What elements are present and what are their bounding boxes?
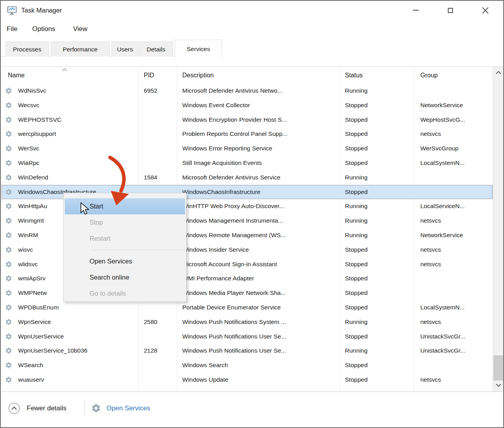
service-description: Windows Search bbox=[182, 358, 228, 373]
scroll-down-button[interactable] bbox=[493, 379, 504, 391]
service-name: WinRM bbox=[18, 228, 38, 243]
service-name: WinHttpAu bbox=[18, 199, 47, 214]
service-gear-icon bbox=[5, 174, 12, 181]
service-gear-icon bbox=[5, 232, 12, 239]
service-gear-icon bbox=[5, 289, 12, 296]
context-menu-item[interactable]: Open Services bbox=[65, 253, 185, 269]
tab[interactable]: Details bbox=[139, 42, 173, 57]
service-gear-icon bbox=[5, 376, 12, 383]
service-description: Windows Encryption Provider Host S... bbox=[182, 113, 287, 127]
service-name: WiaRpc bbox=[18, 156, 39, 170]
service-description: Windows Event Collector bbox=[182, 98, 250, 113]
service-gear-icon bbox=[5, 261, 12, 268]
context-menu-item[interactable]: Search online bbox=[65, 269, 185, 285]
service-row[interactable]: WpnUserService_10b036 2128 Windows Push … bbox=[2, 344, 493, 358]
tab[interactable]: Performance bbox=[51, 42, 110, 57]
service-row[interactable]: WerSvc Windows Error Reporting Service S… bbox=[2, 141, 493, 156]
service-gear-icon bbox=[5, 362, 12, 369]
service-gear-icon bbox=[5, 116, 12, 123]
service-name: WpnUserService bbox=[18, 329, 64, 344]
service-description: Windows Push Notifications User Se... bbox=[182, 344, 286, 358]
service-name: Wecsvc bbox=[18, 98, 39, 113]
service-gear-icon bbox=[5, 145, 12, 152]
service-description: WinHTTP Web Proxy Auto-Discover... bbox=[182, 199, 284, 214]
service-row[interactable]: wuauserv Windows Update Stopped netsvcs bbox=[2, 373, 493, 387]
context-menu-item: Restart bbox=[65, 230, 185, 247]
context-menu-item: Stop bbox=[65, 214, 185, 230]
service-name: WdNisSvc bbox=[18, 84, 46, 98]
service-gear-icon bbox=[5, 203, 12, 210]
service-status: Stopped bbox=[345, 257, 368, 272]
service-row[interactable]: Wecsvc Windows Event Collector Stopped N… bbox=[2, 98, 493, 113]
column-header[interactable]: Status bbox=[345, 68, 363, 83]
close-button[interactable] bbox=[476, 2, 494, 19]
menu-bar-item[interactable]: View bbox=[73, 20, 88, 38]
column-header[interactable]: PID bbox=[144, 68, 154, 83]
service-description: Windows Insider Service bbox=[182, 243, 249, 257]
service-name: wmiApSrv bbox=[18, 271, 46, 286]
service-row[interactable]: WPDBusEnum Portable Device Enumerator Se… bbox=[2, 300, 493, 315]
column-header[interactable]: Name bbox=[8, 68, 25, 83]
context-menu: StartStopRestartOpen ServicesSearch onli… bbox=[63, 193, 187, 302]
service-gear-icon bbox=[5, 188, 12, 196]
service-pid: 2128 bbox=[144, 344, 157, 358]
service-group: netsvcs bbox=[420, 127, 441, 141]
scrollbar-thumb[interactable] bbox=[493, 355, 504, 380]
service-group: LocalSystemN... bbox=[420, 300, 465, 315]
tab[interactable]: Users bbox=[112, 42, 138, 57]
service-group: netsvcs bbox=[420, 243, 441, 257]
service-status: Running bbox=[345, 214, 368, 228]
service-name: WPDBusEnum bbox=[18, 300, 59, 315]
tab[interactable]: Processes bbox=[5, 42, 49, 57]
window-title: Task Manager bbox=[21, 1, 62, 20]
open-services-link[interactable]: Open Services bbox=[106, 402, 150, 414]
service-status: Running bbox=[345, 315, 368, 329]
circle-chevron-up-icon bbox=[8, 402, 20, 414]
service-name: WinDefend bbox=[18, 170, 48, 185]
minimize-icon bbox=[413, 10, 419, 11]
column-header[interactable]: Description bbox=[182, 68, 214, 83]
service-row[interactable]: WSearch Windows Search Stopped bbox=[2, 358, 493, 373]
service-row[interactable]: wercplsupport Problem Reports Control Pa… bbox=[2, 127, 493, 141]
service-status: Stopped bbox=[345, 243, 368, 257]
service-description: Portable Device Enumerator Service bbox=[182, 300, 281, 315]
service-status: Stopped bbox=[345, 185, 368, 199]
service-name: wlidsvc bbox=[18, 257, 38, 272]
service-name: WpnService bbox=[18, 315, 51, 329]
service-pid: 1584 bbox=[144, 170, 157, 185]
minimize-button[interactable] bbox=[407, 2, 425, 19]
service-gear-icon bbox=[5, 318, 12, 326]
service-name: wercplsupport bbox=[18, 127, 56, 141]
service-name: Winmgmt bbox=[18, 214, 44, 228]
service-row[interactable]: WpnUserService Windows Push Notification… bbox=[2, 329, 493, 344]
column-header[interactable]: Group bbox=[420, 68, 438, 83]
service-group: UnistackSvcGr... bbox=[420, 344, 466, 358]
service-gear-icon bbox=[5, 217, 12, 224]
service-status: Running bbox=[345, 84, 368, 98]
context-menu-item[interactable]: Start bbox=[65, 198, 185, 214]
maximize-button[interactable] bbox=[441, 2, 459, 19]
service-description: Windows Media Player Network Sha... bbox=[182, 286, 286, 300]
service-group: LocalServiceN... bbox=[420, 199, 465, 214]
service-row[interactable]: WpnService 2580 Windows Push Notificatio… bbox=[2, 315, 493, 329]
vertical-scrollbar[interactable] bbox=[493, 67, 504, 392]
service-row[interactable]: WdNisSvc 6952 Microsoft Defender Antivir… bbox=[2, 84, 493, 98]
menu-bar-item[interactable]: File bbox=[7, 20, 17, 38]
service-status: Running bbox=[345, 170, 368, 185]
context-menu-item[interactable] bbox=[65, 247, 185, 253]
tab[interactable]: Services bbox=[175, 40, 222, 58]
service-name: WEPHOSTSVC bbox=[18, 113, 61, 127]
service-status: Stopped bbox=[345, 98, 368, 113]
service-status: Stopped bbox=[345, 358, 368, 373]
service-row[interactable]: WEPHOSTSVC Windows Encryption Provider H… bbox=[2, 113, 493, 127]
scroll-up-button[interactable] bbox=[493, 67, 504, 79]
service-gear-icon bbox=[5, 275, 12, 282]
service-gear-icon bbox=[5, 333, 12, 340]
menu-bar-item[interactable]: Options bbox=[32, 20, 55, 38]
service-name: WpnUserService_10b036 bbox=[18, 344, 88, 358]
service-row[interactable]: WiaRpc Still Image Acquisition Events St… bbox=[2, 156, 493, 170]
service-row[interactable]: WinDefend 1584 Microsoft Defender Antivi… bbox=[2, 170, 493, 185]
service-description: Windows Management Instrumenta... bbox=[182, 214, 283, 228]
service-status: Stopped bbox=[345, 141, 368, 156]
service-pid: 6952 bbox=[144, 84, 157, 98]
